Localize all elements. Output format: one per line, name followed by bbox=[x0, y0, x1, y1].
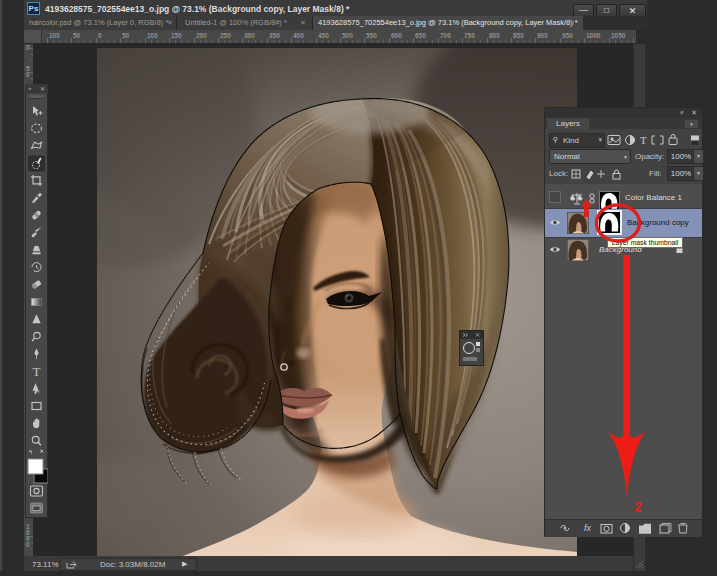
svg-text:fx: fx bbox=[584, 523, 592, 533]
svg-text:T: T bbox=[640, 134, 647, 146]
svg-text:T: T bbox=[33, 364, 41, 379]
